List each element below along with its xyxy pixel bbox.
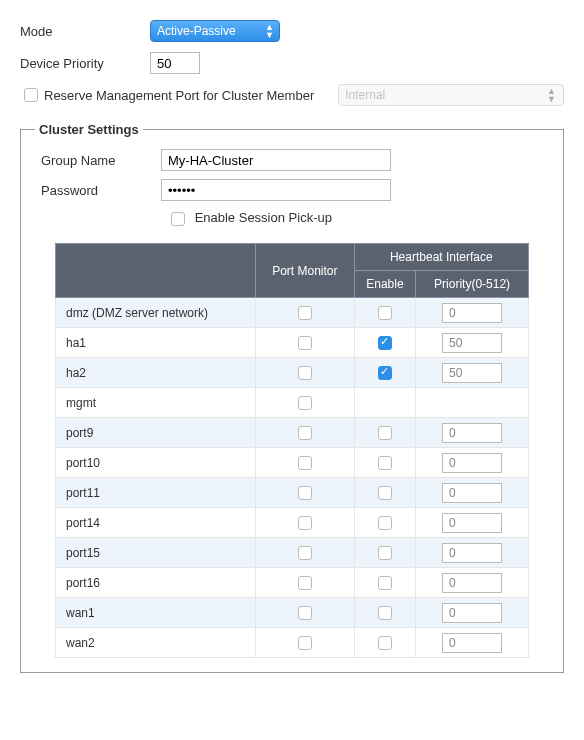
heartbeat-enable-checkbox[interactable] xyxy=(378,546,392,560)
heartbeat-enable-checkbox[interactable] xyxy=(378,456,392,470)
password-input[interactable] xyxy=(161,179,391,201)
reserve-port-checkbox[interactable] xyxy=(24,88,38,102)
heartbeat-enable-cell xyxy=(354,358,416,388)
heartbeat-priority-input[interactable] xyxy=(442,513,502,533)
heartbeat-priority-input[interactable] xyxy=(442,543,502,563)
table-header-priority: Priority(0-512) xyxy=(416,271,529,298)
heartbeat-enable-cell xyxy=(354,568,416,598)
port-monitor-cell xyxy=(256,298,355,328)
reserve-port-label: Reserve Management Port for Cluster Memb… xyxy=(44,88,314,103)
table-row: port15 xyxy=(56,538,529,568)
heartbeat-enable-checkbox[interactable] xyxy=(378,366,392,380)
port-name-cell: port14 xyxy=(56,508,256,538)
heartbeat-enable-checkbox[interactable] xyxy=(378,486,392,500)
table-header-heartbeat: Heartbeat Interface xyxy=(354,244,528,271)
heartbeat-priority-cell xyxy=(416,328,529,358)
port-monitor-checkbox[interactable] xyxy=(298,636,312,650)
heartbeat-priority-input[interactable] xyxy=(442,483,502,503)
heartbeat-enable-cell xyxy=(354,508,416,538)
port-monitor-checkbox[interactable] xyxy=(298,576,312,590)
port-name-cell: port10 xyxy=(56,448,256,478)
port-monitor-cell xyxy=(256,328,355,358)
port-name-cell: wan1 xyxy=(56,598,256,628)
table-row: mgmt xyxy=(56,388,529,418)
port-monitor-checkbox[interactable] xyxy=(298,516,312,530)
heartbeat-priority-input[interactable] xyxy=(442,363,502,383)
heartbeat-priority-cell xyxy=(416,628,529,658)
heartbeat-priority-cell xyxy=(416,358,529,388)
table-row: wan1 xyxy=(56,598,529,628)
table-header-empty xyxy=(56,244,256,298)
port-name-cell: port16 xyxy=(56,568,256,598)
heartbeat-enable-checkbox[interactable] xyxy=(378,636,392,650)
port-monitor-checkbox[interactable] xyxy=(298,396,312,410)
table-row: port14 xyxy=(56,508,529,538)
device-priority-label: Device Priority xyxy=(20,56,150,71)
port-name-cell: port9 xyxy=(56,418,256,448)
port-name-cell: ha1 xyxy=(56,328,256,358)
table-row: port11 xyxy=(56,478,529,508)
heartbeat-priority-input[interactable] xyxy=(442,423,502,443)
table-row: ha2 xyxy=(56,358,529,388)
port-monitor-checkbox[interactable] xyxy=(298,306,312,320)
table-row: port9 xyxy=(56,418,529,448)
heartbeat-enable-cell xyxy=(354,328,416,358)
heartbeat-enable-checkbox[interactable] xyxy=(378,306,392,320)
ports-table: Port Monitor Heartbeat Interface Enable … xyxy=(55,243,529,658)
session-pickup-checkbox[interactable] xyxy=(171,212,185,226)
session-pickup-label: Enable Session Pick-up xyxy=(195,210,332,225)
port-monitor-cell xyxy=(256,538,355,568)
heartbeat-enable-checkbox[interactable] xyxy=(378,606,392,620)
port-name-cell: dmz (DMZ server network) xyxy=(56,298,256,328)
heartbeat-priority-input[interactable] xyxy=(442,303,502,323)
heartbeat-enable-cell xyxy=(354,538,416,568)
table-header-port-monitor: Port Monitor xyxy=(256,244,355,298)
group-name-label: Group Name xyxy=(41,153,161,168)
heartbeat-priority-input[interactable] xyxy=(442,633,502,653)
port-monitor-checkbox[interactable] xyxy=(298,366,312,380)
heartbeat-priority-input[interactable] xyxy=(442,333,502,353)
heartbeat-priority-cell xyxy=(416,538,529,568)
port-monitor-checkbox[interactable] xyxy=(298,336,312,350)
port-name-cell: mgmt xyxy=(56,388,256,418)
port-monitor-cell xyxy=(256,508,355,538)
table-row: port16 xyxy=(56,568,529,598)
table-row: port10 xyxy=(56,448,529,478)
heartbeat-enable-checkbox[interactable] xyxy=(378,576,392,590)
port-monitor-cell xyxy=(256,448,355,478)
port-monitor-checkbox[interactable] xyxy=(298,486,312,500)
port-monitor-checkbox[interactable] xyxy=(298,426,312,440)
heartbeat-priority-input[interactable] xyxy=(442,603,502,623)
heartbeat-enable-cell xyxy=(354,478,416,508)
heartbeat-enable-checkbox[interactable] xyxy=(378,516,392,530)
password-label: Password xyxy=(41,183,161,198)
heartbeat-priority-cell xyxy=(416,388,529,418)
heartbeat-enable-cell xyxy=(354,298,416,328)
mode-label: Mode xyxy=(20,24,150,39)
heartbeat-priority-input[interactable] xyxy=(442,573,502,593)
group-name-input[interactable] xyxy=(161,149,391,171)
heartbeat-enable-checkbox[interactable] xyxy=(378,426,392,440)
heartbeat-priority-cell xyxy=(416,298,529,328)
port-monitor-checkbox[interactable] xyxy=(298,606,312,620)
port-name-cell: wan2 xyxy=(56,628,256,658)
port-monitor-checkbox[interactable] xyxy=(298,546,312,560)
cluster-settings-fieldset: Cluster Settings Group Name Password Ena… xyxy=(20,122,564,673)
port-monitor-cell xyxy=(256,418,355,448)
heartbeat-enable-cell xyxy=(354,418,416,448)
port-monitor-cell xyxy=(256,358,355,388)
heartbeat-priority-cell xyxy=(416,478,529,508)
port-monitor-cell xyxy=(256,568,355,598)
heartbeat-priority-input[interactable] xyxy=(442,453,502,473)
heartbeat-enable-checkbox[interactable] xyxy=(378,336,392,350)
table-row: wan2 xyxy=(56,628,529,658)
port-monitor-checkbox[interactable] xyxy=(298,456,312,470)
device-priority-input[interactable] xyxy=(150,52,200,74)
heartbeat-priority-cell xyxy=(416,418,529,448)
port-name-cell: port11 xyxy=(56,478,256,508)
heartbeat-priority-cell xyxy=(416,568,529,598)
mode-select[interactable]: Active-Passive xyxy=(150,20,280,42)
heartbeat-enable-cell xyxy=(354,628,416,658)
reserve-port-select[interactable]: Internal xyxy=(338,84,564,106)
table-row: dmz (DMZ server network) xyxy=(56,298,529,328)
